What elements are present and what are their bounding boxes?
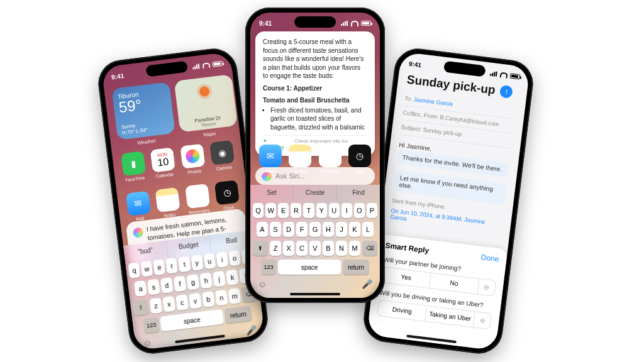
mail-body[interactable]: Hi Jasmine, Thanks for the invite. We'll… — [390, 141, 511, 234]
key-e[interactable]: E — [278, 203, 289, 218]
mail-app[interactable]: ✉Mail — [125, 190, 153, 222]
key-o[interactable]: O — [354, 203, 365, 218]
dismiss-question-icon[interactable]: ⊖ — [477, 278, 496, 297]
choice-no[interactable]: No — [430, 273, 480, 295]
key-m[interactable]: m — [228, 288, 242, 304]
emoji-key[interactable]: ☺ — [142, 337, 152, 349]
key-a[interactable]: a — [134, 280, 147, 297]
key-t[interactable]: t — [178, 256, 191, 273]
mail-compose-header: Sunday pick-up ↑ To: Jasmine Garcia Cc/B… — [400, 73, 519, 149]
shift-key[interactable]: ⇧ — [133, 299, 150, 316]
key-d[interactable]: d — [160, 277, 174, 293]
key-u[interactable]: u — [203, 253, 216, 270]
return-key[interactable]: return — [343, 260, 369, 275]
key-b[interactable]: B — [323, 241, 334, 256]
siri-response-card[interactable]: Creating a 5-course meal with a focus on… — [255, 31, 375, 156]
status-time: 9:41 — [111, 72, 124, 80]
clock-app[interactable]: ◷Clock — [213, 180, 242, 212]
key-c[interactable]: C — [296, 241, 308, 256]
key-e[interactable]: e — [153, 259, 165, 275]
keyboard-suggestions: Set Create Find — [250, 185, 380, 201]
key-j[interactable]: j — [213, 271, 226, 287]
key-y[interactable]: Y — [316, 203, 327, 218]
key-k[interactable]: k — [226, 269, 239, 285]
key-o[interactable]: o — [228, 250, 241, 266]
key-m[interactable]: M — [349, 241, 360, 256]
key-z[interactable]: Z — [270, 241, 281, 256]
key-t[interactable]: T — [303, 203, 314, 218]
key-h[interactable]: H — [323, 222, 334, 237]
ask-siri-input[interactable]: Ask Siri... — [255, 167, 375, 185]
signal-icon — [192, 63, 201, 69]
key-h[interactable]: h — [199, 272, 213, 288]
key-a[interactable]: A — [257, 222, 268, 237]
dynamic-island — [294, 16, 336, 28]
numbers-key[interactable]: 123 — [261, 260, 276, 275]
key-d[interactable]: D — [283, 222, 294, 237]
key-g[interactable]: G — [309, 222, 321, 237]
choice-yes[interactable]: Yes — [381, 266, 431, 288]
key-q[interactable]: Q — [253, 203, 264, 218]
key-g[interactable]: g — [186, 274, 199, 290]
key-i[interactable]: i — [216, 251, 228, 268]
key-s[interactable]: S — [270, 222, 281, 237]
key-r[interactable]: R — [291, 203, 301, 218]
key-p[interactable]: P — [367, 203, 377, 218]
key-b[interactable]: b — [202, 291, 215, 307]
emoji-key[interactable]: ☺ — [258, 279, 267, 289]
notes-app[interactable]: Notes — [154, 187, 182, 219]
key-i[interactable]: I — [341, 203, 352, 218]
facetime-app[interactable]: ▮FaceTime — [119, 151, 148, 183]
shift-key[interactable]: ⬆ — [253, 241, 268, 256]
suggestion-1[interactable]: Set — [250, 185, 294, 201]
key-w[interactable]: w — [140, 261, 153, 277]
photos-app[interactable]: Photos — [179, 143, 207, 175]
reminders-app[interactable]: Reminders — [184, 184, 212, 216]
key-l[interactable]: L — [362, 222, 374, 237]
key-v[interactable]: v — [189, 293, 202, 309]
app-row-1: ▮FaceTime MON10Calendar Photos ◉Camera — [112, 139, 244, 184]
mail-subject-field[interactable]: Sunday pick-up — [423, 127, 462, 138]
key-j[interactable]: J — [336, 222, 347, 237]
key-n[interactable]: n — [215, 290, 228, 306]
key-c[interactable]: c — [175, 294, 189, 310]
calendar-app[interactable]: MON10Calendar — [149, 147, 177, 179]
signal-icon — [490, 71, 498, 77]
return-key[interactable]: return — [224, 305, 252, 324]
key-f[interactable]: f — [174, 276, 187, 292]
home-indicator[interactable] — [290, 293, 340, 295]
key-r[interactable]: r — [165, 258, 178, 274]
weather-label: Weather — [137, 138, 157, 146]
key-f[interactable]: F — [296, 222, 308, 237]
suggestion-3[interactable]: Find — [337, 185, 380, 201]
mail-to[interactable]: Jasmine Garcia — [413, 96, 453, 107]
key-k[interactable]: K — [349, 222, 360, 237]
camera-app[interactable]: ◉Camera — [208, 140, 236, 172]
battery-icon — [361, 21, 371, 26]
weather-widget[interactable]: Tiburon 59° Sunny H:70° L:54° — [111, 82, 175, 140]
key-u[interactable]: U — [329, 203, 340, 218]
key-z[interactable]: z — [150, 297, 163, 314]
done-button[interactable]: Done — [480, 253, 499, 263]
choice-uber[interactable]: Taking an Uber — [425, 305, 475, 327]
choice-driving[interactable]: Driving — [377, 300, 428, 322]
key-q[interactable]: q — [128, 262, 140, 278]
suggestion-2[interactable]: Create — [294, 185, 337, 201]
key-s[interactable]: s — [147, 279, 160, 295]
send-button[interactable]: ↑ — [499, 85, 513, 99]
backspace-key[interactable]: ⌫ — [362, 241, 377, 256]
numbers-key[interactable]: 123 — [143, 317, 160, 334]
maps-widget[interactable]: Paradise Dr Tiburon — [174, 74, 238, 133]
dismiss-question-icon[interactable]: ⊖ — [474, 312, 492, 330]
wifi-icon — [500, 72, 508, 78]
space-key[interactable]: space — [278, 260, 341, 275]
key-n[interactable]: N — [336, 241, 347, 256]
key-v[interactable]: V — [309, 241, 321, 256]
mic-key[interactable]: 🎤 — [362, 279, 372, 289]
key-x[interactable]: x — [162, 296, 175, 312]
key-x[interactable]: X — [283, 241, 294, 256]
key-w[interactable]: W — [265, 203, 276, 218]
mic-key[interactable]: 🎤 — [245, 324, 257, 336]
key-y[interactable]: y — [191, 255, 203, 271]
keyboard: "bud" Budget Bud qwertyuiop asdfghjkl ⇧ … — [123, 230, 265, 351]
